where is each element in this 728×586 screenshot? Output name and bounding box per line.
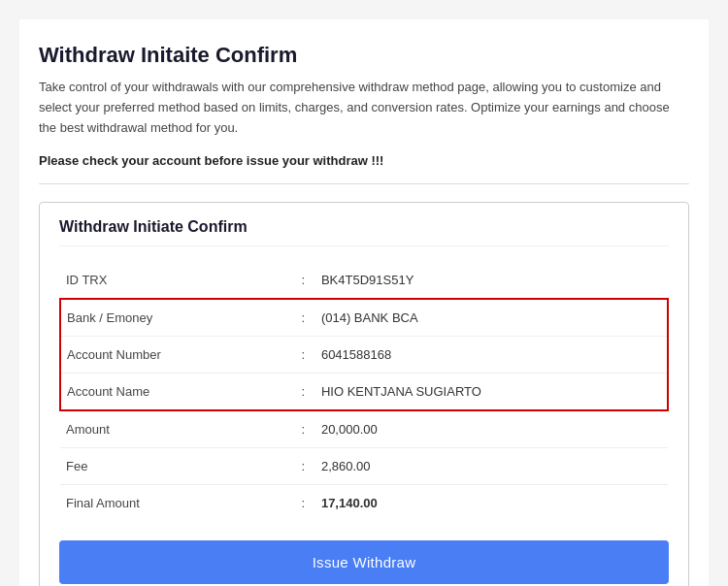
row-value: 20,000.00	[315, 410, 668, 448]
row-value: (014) BANK BCA	[315, 299, 668, 337]
row-label: Amount	[60, 410, 291, 448]
row-colon: :	[291, 485, 315, 522]
row-colon: :	[291, 448, 315, 485]
card-title: Withdraw Initiate Confirm	[59, 218, 669, 246]
page-container: Withdraw Initaite Confirm Take control o…	[19, 19, 709, 586]
row-value: BK4T5D91S51Y	[315, 262, 668, 299]
row-colon: :	[291, 337, 315, 374]
row-value: HIO KENTJANA SUGIARTO	[315, 374, 668, 411]
table-row: Amount:20,000.00	[60, 410, 668, 448]
page-description: Take control of your withdrawals with ou…	[39, 78, 689, 138]
info-table: ID TRX:BK4T5D91S51YBank / Emoney:(014) B…	[59, 262, 669, 521]
row-value: 6041588168	[315, 337, 668, 374]
table-row: Bank / Emoney:(014) BANK BCA	[60, 299, 668, 337]
page-title: Withdraw Initaite Confirm	[39, 43, 689, 68]
row-value: 2,860.00	[315, 448, 668, 485]
table-row: Fee:2,860.00	[60, 448, 668, 485]
table-row: ID TRX:BK4T5D91S51Y	[60, 262, 668, 299]
table-row: Account Name:HIO KENTJANA SUGIARTO	[60, 374, 668, 411]
issue-withdraw-button[interactable]: Issue Withdraw	[59, 540, 669, 584]
table-row: Final Amount:17,140.00	[60, 485, 668, 522]
row-colon: :	[291, 410, 315, 448]
row-label: Account Name	[60, 374, 291, 411]
row-label: Bank / Emoney	[60, 299, 291, 337]
row-label: Final Amount	[60, 485, 291, 522]
row-value: 17,140.00	[315, 485, 668, 522]
section-divider	[39, 183, 689, 184]
row-label: ID TRX	[60, 262, 291, 299]
row-label: Account Number	[60, 337, 291, 374]
warning-text: Please check your account before issue y…	[39, 153, 689, 168]
row-label: Fee	[60, 448, 291, 485]
row-colon: :	[291, 374, 315, 411]
row-colon: :	[291, 299, 315, 337]
confirm-card: Withdraw Initiate Confirm ID TRX:BK4T5D9…	[39, 202, 689, 586]
table-row: Account Number:6041588168	[60, 337, 668, 374]
row-colon: :	[291, 262, 315, 299]
